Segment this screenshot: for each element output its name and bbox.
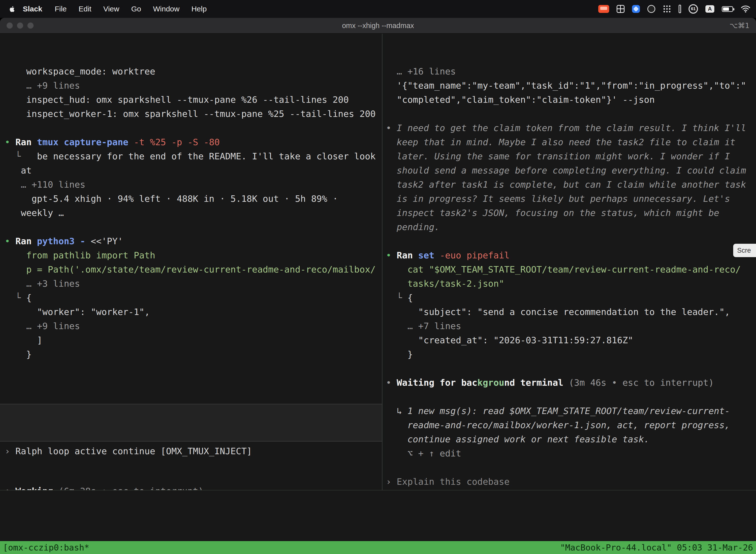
left-terminal-pane[interactable]: workspace_mode: worktree … +9 lines insp…	[0, 34, 382, 490]
menu-edit[interactable]: Edit	[73, 0, 98, 18]
screen-recording-icon[interactable]	[598, 3, 609, 14]
terminal-line: weekly …	[5, 206, 382, 220]
tmux-status-bar: [omx-cczip0:bash* "MacBook-Pro-44.local"…	[0, 541, 756, 554]
terminal-line: └ {	[5, 291, 382, 305]
terminal-line: … +7 lines	[386, 319, 756, 333]
terminal-line: later. Using the same for transition mig…	[386, 149, 756, 163]
terminal-line: • I need to get the claim token from the…	[386, 121, 756, 135]
terminal-line: "completed","claim_token":"claim-token"}…	[386, 93, 756, 107]
ring-app-icon[interactable]	[647, 3, 655, 14]
terminal-line	[5, 220, 382, 234]
terminal-line: … +9 lines	[5, 78, 382, 93]
terminal-line: • Working (6m 38s • esc to interrupt)	[5, 484, 382, 490]
terminal-line: is in progress? It seems likely but perh…	[386, 191, 756, 206]
input-source-icon[interactable]: A	[705, 3, 714, 14]
terminal-line: at	[5, 163, 382, 177]
terminal-line: pending.	[386, 220, 756, 234]
terminal-line: continue assigned work or next feasible …	[386, 432, 756, 446]
terminal-line: ↳ 1 new msg(s): read $OMX_TEAM_STATE_ROO…	[386, 404, 756, 418]
terminal-line: }	[386, 347, 756, 362]
tmux-host-clock: "MacBook-Pro-44.local" 05:03 31-Mar-26	[560, 541, 753, 554]
terminal-line: ]	[5, 333, 382, 347]
terminal-line: "worker": "worker-1",	[5, 305, 382, 319]
gauge-value: 61	[689, 4, 698, 14]
terminal-line: … +3 lines	[5, 277, 382, 291]
inject-banner: › Ralph loop active continue [OMX_TMUX_I…	[0, 404, 382, 442]
terminal-line: readme-and-reco/mailbox/worker-1.json, a…	[386, 418, 756, 432]
tmux-session-label: [omx-cczip0:bash*	[3, 541, 89, 554]
right-pane-output: … +16 lines '{"team_name":"my-team","tas…	[386, 64, 756, 490]
menu-file[interactable]: File	[49, 0, 72, 18]
terminal-line: "created_at": "2026-03-31T11:59:27.816Z"	[386, 333, 756, 347]
terminal-line: p = Path('.omx/state/team/review-current…	[5, 262, 382, 277]
display-icon[interactable]	[679, 3, 681, 14]
inject-banner-line: › Ralph loop active continue [OMX_TMUX_I…	[5, 444, 382, 458]
terminal-line: • Ran tmux capture-pane -t %25 -p -S -80	[5, 135, 382, 149]
window-shortcut-badge: ⌥⌘1	[730, 18, 750, 33]
minimize-button[interactable]	[17, 22, 23, 29]
terminal-line: inspect_worker-1: omx sparkshell --tmux-…	[5, 107, 382, 121]
window-title: omx --xhigh --madmax	[342, 21, 414, 30]
terminal-line	[5, 362, 382, 376]
menu-window[interactable]: Window	[147, 0, 186, 18]
active-app-menu[interactable]: Slack	[16, 0, 49, 18]
terminal-line: should send a message before completing …	[386, 163, 756, 177]
terminal-line	[386, 107, 756, 121]
menu-help[interactable]: Help	[186, 0, 213, 18]
left-pane-output: workspace_mode: worktree … +9 lines insp…	[5, 64, 382, 376]
omx-status-line: [OMX#0.11.9] cczip/essay/ai-reimplementa…	[3, 492, 756, 507]
terminal-line: inspect_hud: omx sparkshell --tmux-pane …	[5, 93, 382, 107]
window-grid-icon[interactable]	[617, 3, 625, 14]
terminal-content: workspace_mode: worktree … +9 lines insp…	[0, 34, 756, 554]
terminal-line	[386, 390, 756, 404]
terminal-line: … +110 lines	[5, 177, 382, 191]
terminal-line	[5, 470, 382, 484]
gauge-icon[interactable]: 61	[689, 3, 698, 14]
terminal-line: … +16 lines	[386, 64, 756, 78]
terminal-line: • Waiting for background terminal (3m 46…	[386, 376, 756, 390]
wifi-icon[interactable]	[741, 3, 751, 14]
menu-go[interactable]: Go	[125, 0, 147, 18]
raycast-icon[interactable]	[632, 3, 640, 14]
terminal-line: • Ran python3 - <<'PY'	[5, 234, 382, 248]
terminal-line: inspect task2's JSON, focusing on the st…	[386, 206, 756, 220]
terminal-line: tasks/task-2.json"	[386, 277, 756, 291]
window-title-bar[interactable]: omx --xhigh --madmax ⌥⌘1	[0, 18, 756, 34]
terminal-line: ⌥ + ↑ edit	[386, 446, 756, 460]
terminal-line: cat "$OMX_TEAM_STATE_ROOT/team/review-cu…	[386, 262, 756, 277]
terminal-line: keep that in mind. Maybe I also need the…	[386, 135, 756, 149]
battery-icon[interactable]	[722, 3, 733, 14]
bottom-pane-divider	[0, 490, 756, 491]
terminal-line	[5, 121, 382, 135]
left-pane-status: • Working (6m 38s • esc to interrupt)	[5, 470, 382, 490]
terminal-window: omx --xhigh --madmax ⌥⌘1 workspace_mode:…	[0, 18, 756, 554]
terminal-line: from pathlib import Path	[5, 248, 382, 262]
terminal-line: }	[5, 347, 382, 362]
terminal-line: └ be necessary for the end of the README…	[5, 149, 382, 163]
terminal-line	[386, 460, 756, 475]
terminal-line: • Ran set -euo pipefail	[386, 248, 756, 262]
menu-bar-status-area: 61 A	[598, 3, 751, 14]
apple-logo	[8, 4, 16, 13]
dots-grid-icon[interactable]	[663, 3, 671, 14]
terminal-line	[386, 362, 756, 376]
terminal-line: › Ralph loop active continue [OMX_TMUX_I…	[5, 444, 382, 458]
input-source-label: A	[705, 5, 714, 13]
screen-tooltip: Scre	[733, 244, 756, 257]
terminal-line: › Explain this codebase	[386, 475, 756, 489]
traffic-lights	[6, 18, 34, 33]
right-terminal-pane[interactable]: … +16 lines '{"team_name":"my-team","tas…	[382, 34, 756, 490]
terminal-line: └ {	[386, 291, 756, 305]
menu-view[interactable]: View	[97, 0, 125, 18]
terminal-line: '{"team_name":"my-team","task_id":"1","f…	[386, 78, 756, 93]
apple-menu-icon[interactable]	[7, 4, 16, 13]
zoom-button[interactable]	[27, 22, 34, 29]
terminal-line: … +9 lines	[5, 319, 382, 333]
terminal-line: "subject": "send a concise recommendatio…	[386, 305, 756, 319]
terminal-line	[386, 234, 756, 248]
terminal-line: task2 after task1 is complete, but can I…	[386, 177, 756, 191]
menu-bar: Slack File Edit View Go Window Help 61 A	[0, 0, 756, 18]
terminal-line: workspace_mode: worktree	[5, 64, 382, 78]
terminal-line: gpt-5.4 xhigh · 94% left · 488K in · 5.1…	[5, 191, 382, 206]
close-button[interactable]	[6, 22, 13, 29]
